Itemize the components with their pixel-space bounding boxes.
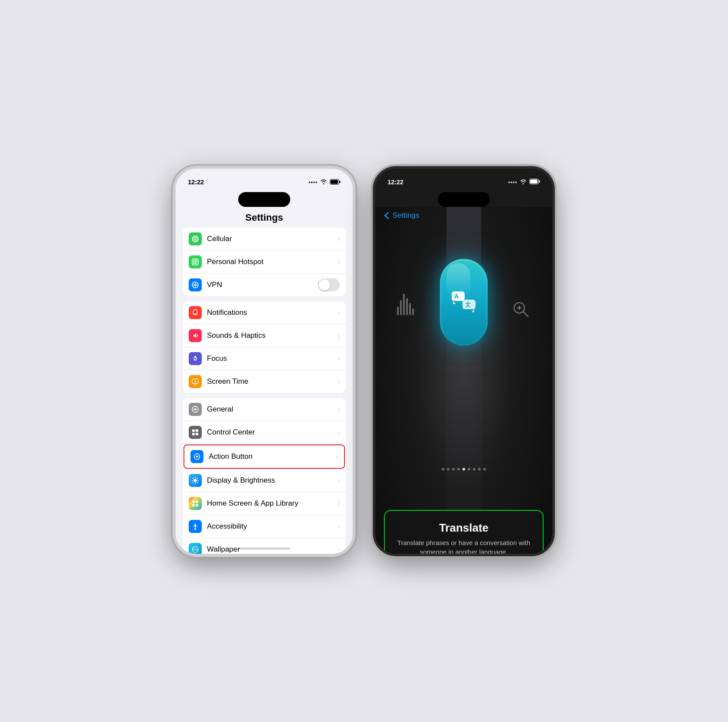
settings-item-sounds[interactable]: Sounds & Haptics › [183, 324, 346, 347]
svg-point-8 [194, 261, 196, 263]
action-nav-bar: Settings [375, 207, 552, 224]
general-label: General [207, 405, 338, 414]
svg-line-35 [197, 482, 197, 483]
settings-item-control-center[interactable]: Control Center › [183, 421, 346, 444]
action-screen: Settings [375, 207, 552, 556]
battery-icon-left [330, 179, 341, 185]
dot-8 [483, 468, 486, 470]
dot-0 [442, 468, 444, 470]
settings-item-home-screen[interactable]: Home Screen & App Library › [183, 492, 346, 515]
vpn-label: VPN [207, 281, 318, 289]
home-screen-icon [189, 497, 202, 510]
waveform-icon [397, 294, 414, 315]
settings-item-accessibility[interactable]: Accessibility › [183, 515, 346, 538]
cellular-label: Cellular [207, 235, 338, 243]
settings-item-display[interactable]: Display & Brightness › [183, 469, 346, 492]
cellular-chevron: › [338, 235, 340, 242]
dot-1 [447, 468, 449, 470]
settings-list[interactable]: Cellular › Personal Hotspot › [176, 228, 353, 556]
general-chevron: › [338, 406, 340, 413]
translate-card: Translate Translate phrases or have a co… [384, 510, 544, 556]
sounds-chevron: › [338, 332, 340, 339]
svg-line-36 [193, 482, 193, 483]
control-center-label: Control Center [207, 428, 338, 437]
screen-time-chevron: › [338, 378, 340, 385]
dynamic-island-right [438, 192, 490, 207]
focus-label: Focus [207, 354, 338, 363]
vpn-toggle[interactable] [318, 278, 340, 291]
vpn-toggle-knob [319, 279, 330, 291]
action-button-icon [190, 450, 203, 463]
settings-item-action-button[interactable]: Action Button › [184, 444, 345, 469]
settings-title: Settings [246, 212, 283, 223]
back-label: Settings [393, 211, 419, 220]
action-button-chevron: › [336, 453, 338, 460]
display-icon [189, 474, 202, 487]
settings-item-general[interactable]: General › [183, 398, 346, 421]
dot-5 [468, 468, 470, 470]
cellular-icon [189, 232, 202, 245]
settings-item-notifications[interactable]: Notifications › [183, 301, 346, 324]
translate-title: Translate [394, 521, 534, 535]
wifi-icon [320, 179, 327, 186]
status-icons-right: ▪▪▪▪ [508, 178, 540, 186]
vpn-icon [189, 278, 202, 291]
display-label: Display & Brightness [207, 476, 338, 485]
svg-point-5 [194, 238, 196, 240]
settings-item-wallpaper[interactable]: Wallpaper › [183, 538, 346, 556]
svg-rect-25 [196, 433, 198, 435]
home-screen-label: Home Screen & App Library [207, 499, 338, 508]
svg-rect-38 [192, 500, 195, 503]
svg-point-42 [194, 523, 196, 525]
svg-point-29 [194, 479, 197, 482]
home-screen-chevron: › [338, 500, 340, 507]
accessibility-chevron: › [338, 523, 340, 530]
wifi-icon-right [520, 178, 527, 186]
settings-group-general: General › Control Center › [183, 398, 346, 556]
translate-icon: A 文 [451, 291, 476, 314]
general-icon [189, 403, 202, 416]
magnify-icon [512, 300, 531, 321]
settings-header: Settings [176, 207, 353, 228]
back-button[interactable]: Settings [384, 211, 419, 220]
screen-time-label: Screen Time [207, 377, 338, 386]
settings-item-screen-time[interactable]: Screen Time › [183, 370, 346, 393]
svg-line-56 [523, 312, 528, 317]
status-icons-left: ▪▪▪▪ [308, 179, 341, 186]
hotspot-chevron: › [338, 258, 340, 265]
status-time-right: 12:22 [387, 178, 403, 186]
home-indicator-left [238, 548, 290, 549]
dot-3 [457, 468, 460, 470]
svg-rect-23 [196, 429, 198, 432]
svg-rect-39 [196, 500, 198, 503]
sounds-label: Sounds & Haptics [207, 331, 338, 340]
wallpaper-icon [189, 543, 202, 556]
battery-icon-right [529, 178, 540, 186]
right-phone: 12:22 ▪▪▪▪ [373, 166, 555, 556]
accessibility-label: Accessibility [207, 522, 338, 531]
translate-description: Translate phrases or have a conversation… [394, 538, 534, 556]
svg-rect-2 [339, 181, 341, 183]
svg-rect-54 [539, 180, 540, 183]
svg-rect-41 [196, 504, 198, 506]
hotspot-icon [189, 255, 202, 268]
status-bar-left: 12:22 ▪▪▪▪ [176, 169, 353, 189]
settings-item-hotspot[interactable]: Personal Hotspot › [183, 251, 346, 274]
settings-item-focus[interactable]: Focus › [183, 347, 346, 370]
focus-icon [189, 352, 202, 365]
dot-2 [452, 468, 455, 470]
dot-6 [473, 468, 475, 470]
svg-rect-53 [530, 180, 538, 183]
dots-indicator [375, 468, 552, 470]
dynamic-island-left [238, 192, 290, 207]
notifications-chevron: › [338, 309, 340, 316]
settings-item-vpn[interactable]: VPN [183, 274, 346, 296]
focus-chevron: › [338, 355, 340, 362]
display-chevron: › [338, 477, 340, 484]
control-center-icon [189, 426, 202, 439]
action-pill: A 文 [440, 259, 488, 346]
svg-point-17 [194, 408, 197, 410]
notifications-label: Notifications [207, 308, 338, 317]
settings-item-cellular[interactable]: Cellular › [183, 228, 346, 251]
settings-group-connectivity: Cellular › Personal Hotspot › [183, 228, 346, 296]
